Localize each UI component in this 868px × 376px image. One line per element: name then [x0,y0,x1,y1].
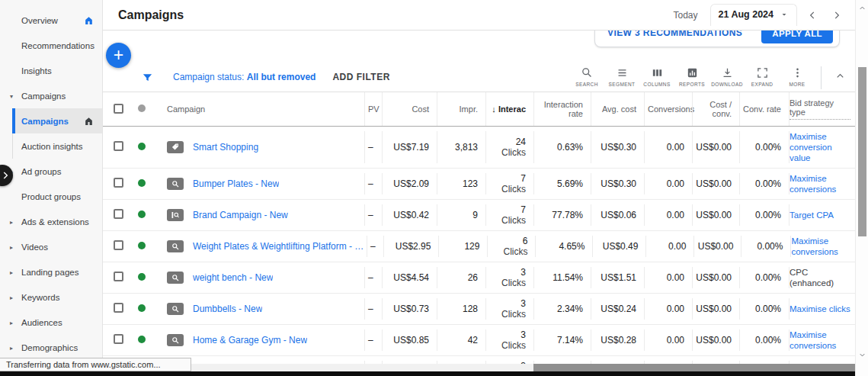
column-header-bid-strategy[interactable]: Bid strategy type [789,92,855,126]
horizontal-scrollbar[interactable] [191,364,855,371]
status-dot-enabled[interactable] [138,242,146,249]
reports-button[interactable]: REPORTS [674,66,709,87]
new-campaign-button[interactable]: + [106,43,131,68]
sidebar-item[interactable]: ▸ Ads & extensions [0,209,102,234]
status-dot-enabled[interactable] [138,179,146,187]
sidebar-item[interactable]: Recommendations [0,33,102,58]
horizontal-scrollbar-thumb[interactable] [533,364,855,371]
row-checkbox[interactable] [114,141,123,151]
column-header-campaign[interactable]: Campaign [156,104,364,114]
more-button[interactable]: MORE [780,66,815,87]
search-button[interactable]: SEARCH [569,66,604,87]
vertical-scrollbar-thumb[interactable] [858,67,866,236]
bid-strategy-link[interactable]: Maximise conversion value [790,131,850,163]
column-header-interactions[interactable]: ↓ Interac [485,92,533,126]
cell-conv-rate: 0.00% [741,236,790,257]
column-header-conversions[interactable]: Conversions [644,92,692,126]
column-header-conv-rate[interactable]: Conv. rate [739,92,789,126]
campaign-name-link[interactable]: Smart Shopping [193,142,258,153]
sidebar-item[interactable]: Auction insights [12,133,102,159]
cell-interaction-rate: 7.14% [533,329,591,351]
cell-impr: 9 [437,204,485,226]
caret-icon: ▸ [10,294,13,300]
chevron-right-icon [831,10,842,21]
campaign-name-link[interactable]: Weight Plates & Weightlifting Platform -… [193,241,367,252]
expand-button[interactable]: EXPAND [745,66,780,87]
sidebar-item[interactable]: Campaigns [12,108,102,133]
sidebar-item-label: Keywords [21,293,60,302]
filter-toolbar: Campaign status: All but removed ADD FIL… [103,63,855,92]
cell-cost-conv: US$0.00 [692,204,739,226]
columns-button[interactable]: COLUMNS [639,66,674,87]
select-all-checkbox[interactable] [114,104,123,114]
sidebar-item[interactable]: ▸ Landing pages [0,259,102,284]
column-header-cost-conv[interactable]: Cost / conv. [692,92,739,126]
row-checkbox[interactable] [114,272,123,281]
campaign-name-link[interactable]: weight bench - New [193,272,273,283]
column-header-avg-cost[interactable]: Avg. cost [591,92,644,126]
row-checkbox[interactable] [114,209,123,219]
row-checkbox[interactable] [114,178,123,188]
bid-strategy-link[interactable]: CPC (enhanced) [790,267,850,288]
cell-cost: US$0.73 [382,298,437,320]
cell-interactions: 3Clicks [485,329,533,351]
sidebar-item[interactable]: Overview [0,8,102,33]
column-header-impr[interactable]: Impr. [437,92,485,126]
row-checkbox[interactable] [114,240,123,250]
next-period-button[interactable] [828,6,846,24]
status-dot-enabled[interactable] [138,143,146,150]
column-header-pv[interactable]: PV [364,92,382,126]
column-header-cost[interactable]: Cost [382,92,437,126]
home-icon [84,116,94,126]
date-range-picker[interactable]: 21 Aug 2024 [710,4,798,26]
cell-conv-rate: 0.00% [739,204,789,226]
expand-icon [756,66,769,79]
page-header: Campaigns Today 21 Aug 2024 [103,0,855,31]
bid-strategy-link[interactable]: Maximise conversions [790,329,850,351]
sidebar-item[interactable]: Insights [0,58,102,83]
row-checkbox[interactable] [114,334,123,344]
campaign-status-filter[interactable]: Campaign status: All but removed [173,72,315,82]
campaign-type-icon [167,303,184,315]
toolbar-divider [821,66,822,89]
collapse-panel-button[interactable] [829,65,850,86]
sidebar-item[interactable]: ▾ Campaigns [0,83,102,108]
status-dot-enabled[interactable] [138,304,146,312]
status-dot-enabled[interactable] [138,210,146,218]
row-checkbox[interactable] [114,303,123,313]
segment-button[interactable]: SEGMENT [604,66,639,87]
table-row: Smart Shopping – US$7.19 3,813 24Clicks … [103,127,855,169]
search-campaign-icon [171,304,180,313]
campaign-name-link[interactable]: Home & Garage Gym - New [193,335,307,345]
sidebar-item[interactable]: ▸ Videos [0,234,102,259]
campaign-name-link[interactable]: Brand Campaign - New [193,210,288,220]
sidebar-item[interactable]: ▸ Ad groups [0,159,102,184]
scroll-down-arrow[interactable] [857,349,868,361]
bid-strategy-link[interactable]: Maximise clicks [790,304,850,314]
scroll-up-arrow[interactable] [857,2,868,14]
bid-strategy-link[interactable]: Maximise conversions [790,173,850,194]
add-filter-button[interactable]: ADD FILTER [332,72,389,82]
table-row: Home & Garage Gym - New – US$0.85 42 3Cl… [103,325,855,356]
cell-avg-cost: US$0.30 [591,131,644,163]
previous-period-button[interactable] [803,6,822,24]
caret-icon: ▸ [10,344,13,351]
sidebar-item[interactable]: ▸ Audiences [0,310,102,335]
sidebar-item[interactable]: ▸ Keywords [0,284,102,310]
campaign-name-link[interactable]: Bumper Plates - New [193,178,279,189]
cell-interaction-rate: 5.69% [533,173,591,194]
bid-strategy-link[interactable]: Maximise conversions [791,236,850,257]
cell-interaction-rate: 11.54% [533,267,591,288]
download-button[interactable]: DOWNLOAD [709,66,745,87]
column-header-interaction-rate[interactable]: Interaction rate [533,92,591,126]
sidebar-item[interactable]: ▸ Demographics [0,335,102,360]
campaign-name-link[interactable]: Dumbbells - New [193,304,262,314]
bid-strategy-link[interactable]: Target CPA [790,210,834,220]
vertical-scrollbar[interactable] [855,0,868,376]
cell-impr: 3,813 [437,131,485,163]
search-campaign-icon [171,273,180,282]
sidebar-item[interactable]: Product groups [0,184,102,209]
status-dot-enabled[interactable] [138,273,146,281]
status-dot-enabled[interactable] [138,336,146,343]
cell-cost-conv: US$0.00 [692,267,739,288]
